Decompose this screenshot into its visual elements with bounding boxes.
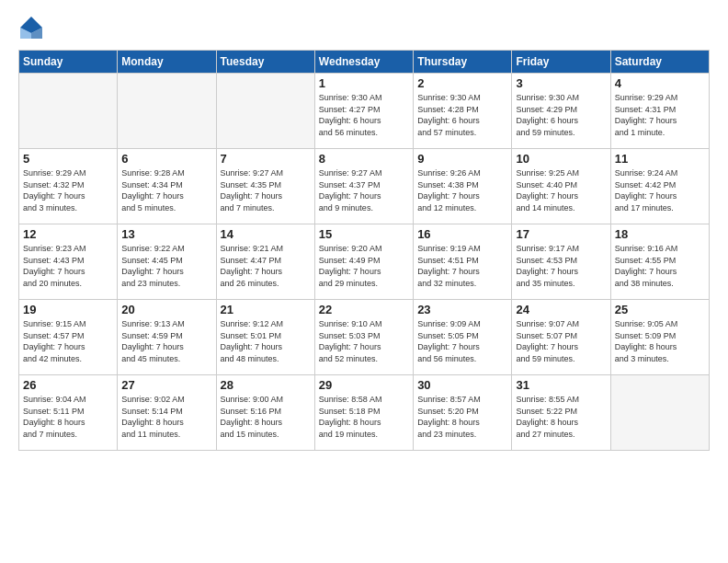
calendar-cell: 4Sunrise: 9:29 AM Sunset: 4:31 PM Daylig… xyxy=(610,74,709,149)
calendar-cell: 10Sunrise: 9:25 AM Sunset: 4:40 PM Dayli… xyxy=(512,149,610,224)
day-info: Sunrise: 9:16 AM Sunset: 4:55 PM Dayligh… xyxy=(615,243,705,289)
weekday-header-saturday: Saturday xyxy=(610,51,709,74)
calendar-cell: 8Sunrise: 9:27 AM Sunset: 4:37 PM Daylig… xyxy=(314,149,413,224)
week-row-0: 1Sunrise: 9:30 AM Sunset: 4:27 PM Daylig… xyxy=(19,74,710,149)
day-number: 5 xyxy=(23,152,113,166)
calendar-cell: 21Sunrise: 9:12 AM Sunset: 5:01 PM Dayli… xyxy=(216,300,314,375)
weekday-header-friday: Friday xyxy=(512,51,610,74)
day-number: 13 xyxy=(121,227,211,241)
calendar-cell: 6Sunrise: 9:28 AM Sunset: 4:34 PM Daylig… xyxy=(118,149,216,224)
calendar-cell: 30Sunrise: 8:57 AM Sunset: 5:20 PM Dayli… xyxy=(414,375,512,451)
day-info: Sunrise: 9:02 AM Sunset: 5:14 PM Dayligh… xyxy=(121,394,211,440)
calendar-cell: 20Sunrise: 9:13 AM Sunset: 4:59 PM Dayli… xyxy=(118,300,216,375)
day-info: Sunrise: 9:09 AM Sunset: 5:05 PM Dayligh… xyxy=(417,318,507,364)
calendar-cell: 19Sunrise: 9:15 AM Sunset: 4:57 PM Dayli… xyxy=(19,300,118,375)
day-number: 4 xyxy=(615,76,705,90)
day-info: Sunrise: 8:57 AM Sunset: 5:20 PM Dayligh… xyxy=(417,394,507,440)
day-info: Sunrise: 9:15 AM Sunset: 4:57 PM Dayligh… xyxy=(23,318,113,364)
day-number: 1 xyxy=(319,76,409,90)
day-info: Sunrise: 9:26 AM Sunset: 4:38 PM Dayligh… xyxy=(417,167,507,213)
calendar-cell: 29Sunrise: 8:58 AM Sunset: 5:18 PM Dayli… xyxy=(314,375,413,451)
calendar-cell: 24Sunrise: 9:07 AM Sunset: 5:07 PM Dayli… xyxy=(512,300,610,375)
week-row-3: 19Sunrise: 9:15 AM Sunset: 4:57 PM Dayli… xyxy=(19,300,710,375)
day-info: Sunrise: 9:04 AM Sunset: 5:11 PM Dayligh… xyxy=(23,394,113,440)
day-number: 22 xyxy=(319,303,409,316)
day-number: 9 xyxy=(417,152,507,166)
day-number: 26 xyxy=(23,378,113,392)
day-number: 30 xyxy=(417,378,507,392)
day-info: Sunrise: 9:21 AM Sunset: 4:47 PM Dayligh… xyxy=(221,243,311,289)
calendar-cell: 1Sunrise: 9:30 AM Sunset: 4:27 PM Daylig… xyxy=(314,74,413,149)
calendar-cell: 12Sunrise: 9:23 AM Sunset: 4:43 PM Dayli… xyxy=(19,224,118,300)
day-info: Sunrise: 9:17 AM Sunset: 4:53 PM Dayligh… xyxy=(516,243,606,289)
page: SundayMondayTuesdayWednesdayThursdayFrid… xyxy=(0,0,728,563)
calendar-cell xyxy=(118,74,216,149)
calendar-cell: 27Sunrise: 9:02 AM Sunset: 5:14 PM Dayli… xyxy=(118,375,216,451)
calendar-cell: 22Sunrise: 9:10 AM Sunset: 5:03 PM Dayli… xyxy=(314,300,413,375)
day-number: 23 xyxy=(417,303,507,316)
calendar-cell xyxy=(19,74,118,149)
day-number: 21 xyxy=(221,303,311,316)
weekday-header-wednesday: Wednesday xyxy=(314,51,413,74)
header xyxy=(18,15,710,40)
day-number: 18 xyxy=(615,227,705,241)
day-info: Sunrise: 9:12 AM Sunset: 5:01 PM Dayligh… xyxy=(221,318,311,364)
calendar-cell: 17Sunrise: 9:17 AM Sunset: 4:53 PM Dayli… xyxy=(512,224,610,300)
day-number: 12 xyxy=(23,227,113,241)
calendar: SundayMondayTuesdayWednesdayThursdayFrid… xyxy=(18,50,710,451)
calendar-cell: 13Sunrise: 9:22 AM Sunset: 4:45 PM Dayli… xyxy=(118,224,216,300)
calendar-cell: 15Sunrise: 9:20 AM Sunset: 4:49 PM Dayli… xyxy=(314,224,413,300)
day-info: Sunrise: 9:28 AM Sunset: 4:34 PM Dayligh… xyxy=(121,167,211,213)
day-number: 29 xyxy=(319,378,409,392)
day-number: 16 xyxy=(417,227,507,241)
calendar-cell: 28Sunrise: 9:00 AM Sunset: 5:16 PM Dayli… xyxy=(216,375,314,451)
day-info: Sunrise: 9:24 AM Sunset: 4:42 PM Dayligh… xyxy=(615,167,705,213)
calendar-cell: 26Sunrise: 9:04 AM Sunset: 5:11 PM Dayli… xyxy=(19,375,118,451)
day-info: Sunrise: 9:27 AM Sunset: 4:35 PM Dayligh… xyxy=(221,167,311,213)
weekday-header-tuesday: Tuesday xyxy=(216,51,314,74)
logo xyxy=(18,15,48,40)
calendar-cell xyxy=(610,375,709,451)
weekday-header-sunday: Sunday xyxy=(19,51,118,74)
calendar-cell: 7Sunrise: 9:27 AM Sunset: 4:35 PM Daylig… xyxy=(216,149,314,224)
day-info: Sunrise: 9:29 AM Sunset: 4:31 PM Dayligh… xyxy=(615,92,705,138)
day-number: 19 xyxy=(23,303,113,316)
day-info: Sunrise: 9:23 AM Sunset: 4:43 PM Dayligh… xyxy=(23,243,113,289)
week-row-2: 12Sunrise: 9:23 AM Sunset: 4:43 PM Dayli… xyxy=(19,224,710,300)
day-info: Sunrise: 9:05 AM Sunset: 5:09 PM Dayligh… xyxy=(615,318,705,364)
day-info: Sunrise: 9:30 AM Sunset: 4:28 PM Dayligh… xyxy=(417,92,507,138)
weekday-header-monday: Monday xyxy=(118,51,216,74)
day-info: Sunrise: 9:07 AM Sunset: 5:07 PM Dayligh… xyxy=(516,318,606,364)
calendar-cell: 23Sunrise: 9:09 AM Sunset: 5:05 PM Dayli… xyxy=(414,300,512,375)
calendar-cell: 11Sunrise: 9:24 AM Sunset: 4:42 PM Dayli… xyxy=(610,149,709,224)
day-number: 3 xyxy=(516,76,606,90)
calendar-cell: 25Sunrise: 9:05 AM Sunset: 5:09 PM Dayli… xyxy=(610,300,709,375)
day-number: 10 xyxy=(516,152,606,166)
day-number: 7 xyxy=(221,152,311,166)
weekday-header-thursday: Thursday xyxy=(414,51,512,74)
calendar-cell xyxy=(216,74,314,149)
day-info: Sunrise: 9:30 AM Sunset: 4:27 PM Dayligh… xyxy=(319,92,409,138)
calendar-cell: 2Sunrise: 9:30 AM Sunset: 4:28 PM Daylig… xyxy=(414,74,512,149)
calendar-cell: 9Sunrise: 9:26 AM Sunset: 4:38 PM Daylig… xyxy=(414,149,512,224)
day-info: Sunrise: 9:29 AM Sunset: 4:32 PM Dayligh… xyxy=(23,167,113,213)
calendar-cell: 14Sunrise: 9:21 AM Sunset: 4:47 PM Dayli… xyxy=(216,224,314,300)
day-number: 25 xyxy=(615,303,705,316)
day-info: Sunrise: 9:22 AM Sunset: 4:45 PM Dayligh… xyxy=(121,243,211,289)
calendar-cell: 16Sunrise: 9:19 AM Sunset: 4:51 PM Dayli… xyxy=(414,224,512,300)
day-info: Sunrise: 9:13 AM Sunset: 4:59 PM Dayligh… xyxy=(121,318,211,364)
logo-icon xyxy=(18,15,44,40)
calendar-cell: 18Sunrise: 9:16 AM Sunset: 4:55 PM Dayli… xyxy=(610,224,709,300)
day-number: 20 xyxy=(121,303,211,316)
day-number: 8 xyxy=(319,152,409,166)
day-number: 28 xyxy=(221,378,311,392)
day-info: Sunrise: 9:00 AM Sunset: 5:16 PM Dayligh… xyxy=(221,394,311,440)
calendar-cell: 5Sunrise: 9:29 AM Sunset: 4:32 PM Daylig… xyxy=(19,149,118,224)
day-number: 2 xyxy=(417,76,507,90)
day-number: 6 xyxy=(121,152,211,166)
day-number: 14 xyxy=(221,227,311,241)
day-info: Sunrise: 9:27 AM Sunset: 4:37 PM Dayligh… xyxy=(319,167,409,213)
calendar-cell: 31Sunrise: 8:55 AM Sunset: 5:22 PM Dayli… xyxy=(512,375,610,451)
day-info: Sunrise: 9:19 AM Sunset: 4:51 PM Dayligh… xyxy=(417,243,507,289)
day-info: Sunrise: 8:58 AM Sunset: 5:18 PM Dayligh… xyxy=(319,394,409,440)
